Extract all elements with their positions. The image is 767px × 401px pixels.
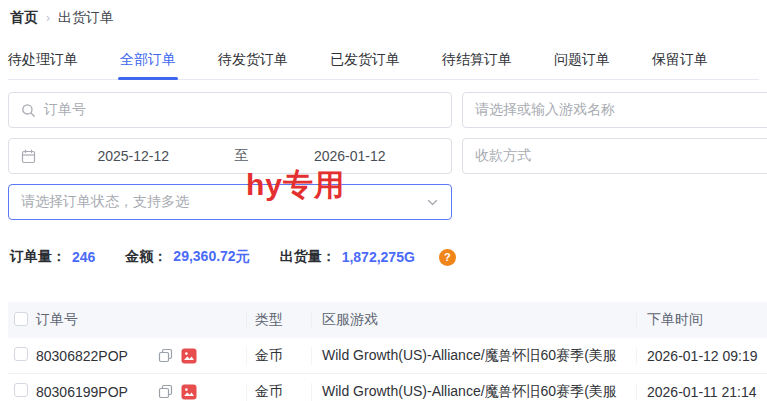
stat-shipment-value: 1,872,275G [342, 249, 415, 265]
payment-method-placeholder: 收款方式 [475, 147, 767, 165]
order-time: 2026-01-11 21:14 [636, 384, 767, 400]
question-icon[interactable]: ? [439, 249, 456, 266]
order-type: 金币 [246, 383, 311, 401]
stat-shipment: 出货量： 1,872,275G [280, 248, 415, 266]
table-row: 80306199POP 金币 Wild Growth(US)-Alliance/… [8, 374, 767, 401]
table-row: 80306822POP 金币 Wild Growth(US)-Alliance/… [8, 338, 767, 374]
date-range-picker[interactable]: 2025-12-12 至 2026-01-12 [8, 138, 452, 174]
tab-all-orders[interactable]: 全部订单 [120, 49, 176, 69]
game-name-select[interactable]: 请选择或输入游戏名称 [462, 92, 767, 128]
search-icon [21, 103, 36, 118]
stat-order-count: 订单量： 246 [10, 248, 95, 266]
breadcrumb-current: 出货订单 [58, 9, 114, 27]
order-time: 2026-01-12 09:19 [636, 348, 767, 364]
image-icon[interactable] [181, 348, 197, 364]
col-game: 区服游戏 [311, 311, 636, 329]
order-number: 80306822POP [36, 348, 146, 364]
col-order-no: 订单号 [36, 311, 246, 329]
stat-amount-label: 金额： [125, 248, 167, 266]
tab-to-settle-orders[interactable]: 待结算订单 [442, 49, 512, 69]
image-icon[interactable] [181, 384, 197, 400]
payment-method-select[interactable]: 收款方式 [462, 138, 767, 174]
order-number: 80306199POP [36, 384, 146, 400]
order-number-input[interactable]: 订单号 [8, 92, 452, 128]
copy-icon[interactable] [158, 348, 173, 363]
order-status-multiselect[interactable]: 请选择订单状态，支持多选 [8, 184, 452, 220]
order-number-placeholder: 订单号 [44, 101, 439, 119]
order-type: 金币 [246, 347, 311, 365]
filter-bar: 订单号 请选择或输入游戏名称 2025-12-12 至 2026-01-12 收… [8, 92, 767, 220]
header-select-all [8, 312, 36, 329]
table-header-row: 订单号 类型 区服游戏 下单时间 [8, 302, 767, 338]
col-type: 类型 [246, 311, 311, 329]
tab-reserved-orders[interactable]: 保留订单 [652, 49, 708, 69]
breadcrumb-separator: › [46, 11, 50, 25]
stat-amount: 金额： 29,360.72元 [125, 248, 249, 266]
tab-pending-orders[interactable]: 待处理订单 [8, 49, 78, 69]
copy-icon[interactable] [158, 384, 173, 399]
row-checkbox[interactable] [14, 347, 28, 361]
game-name-placeholder: 请选择或输入游戏名称 [475, 101, 767, 119]
breadcrumb: 首页 › 出货订单 [10, 8, 767, 28]
shipping-orders-page: 首页 › 出货订单 待处理订单 全部订单 待发货订单 已发货订单 待结算订单 问… [0, 0, 767, 401]
tab-problem-orders[interactable]: 问题订单 [554, 49, 610, 69]
row-checkbox[interactable] [14, 383, 28, 397]
breadcrumb-home[interactable]: 首页 [10, 9, 38, 27]
select-all-checkbox[interactable] [14, 312, 28, 326]
summary-stats: 订单量： 246 金额： 29,360.72元 出货量： 1,872,275G … [10, 248, 767, 266]
date-start-value[interactable]: 2025-12-12 [44, 148, 223, 164]
stat-shipment-label: 出货量： [280, 248, 336, 266]
chevron-down-icon[interactable] [426, 196, 439, 209]
orders-table: 订单号 类型 区服游戏 下单时间 80306822POP 金币 Wild Gro… [8, 302, 767, 401]
calendar-icon [21, 149, 36, 164]
stat-order-count-label: 订单量： [10, 248, 66, 266]
order-status-placeholder: 请选择订单状态，支持多选 [21, 193, 418, 211]
stat-amount-value: 29,360.72元 [173, 248, 249, 266]
col-time: 下单时间 [636, 311, 767, 329]
tab-to-ship-orders[interactable]: 待发货订单 [218, 49, 288, 69]
tab-shipped-orders[interactable]: 已发货订单 [330, 49, 400, 69]
stat-order-count-value: 246 [72, 249, 95, 265]
order-tabs: 待处理订单 全部订单 待发货订单 已发货订单 待结算订单 问题订单 保留订单 [8, 49, 759, 80]
order-game: Wild Growth(US)-Alliance/魔兽怀旧60赛季(美服 [311, 383, 636, 401]
date-range-separator: 至 [231, 147, 253, 165]
date-end-value[interactable]: 2026-01-12 [261, 148, 440, 164]
order-game: Wild Growth(US)-Alliance/魔兽怀旧60赛季(美服 [311, 347, 636, 365]
